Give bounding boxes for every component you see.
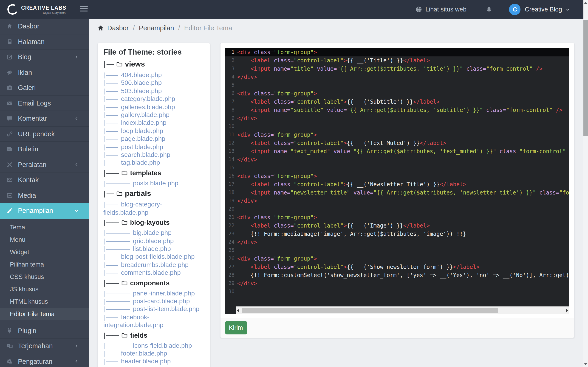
tree-file-link[interactable]: 404.blade.php (121, 71, 162, 78)
submit-button[interactable]: Kirim (225, 321, 247, 334)
sidebar-item-buletin[interactable]: Buletin (0, 142, 89, 157)
code-text: </div> (237, 279, 257, 288)
tree-file-link[interactable]: header.blade.php (121, 358, 171, 365)
editor-hscrollbar[interactable] (236, 307, 569, 314)
line-number: 4 (225, 73, 237, 81)
tree-file-item: | —— loop.blade.php (103, 127, 204, 135)
tree-file-link[interactable]: breadcrumbs.blade.php (121, 261, 189, 268)
tree-file-link[interactable]: tag.blade.php (121, 159, 160, 166)
tree-file-link[interactable]: icons-field.blade.php (133, 342, 192, 349)
scroll-down-arrow-icon[interactable] (584, 363, 588, 365)
sidebar-item-email-logs[interactable]: Email Logs (0, 96, 89, 111)
tree-file-item: | ———— post-card.blade.php (103, 297, 204, 305)
code-line: 13 <input name="text_muted" value="{{ Ar… (225, 147, 569, 156)
tree-file-item: | ———— panel-inner.blade.php (103, 289, 204, 297)
scroll-left-arrow-icon[interactable] (237, 309, 239, 312)
folder-icon (121, 170, 128, 176)
tree-file-link[interactable]: comments.blade.php (121, 269, 181, 276)
sidebar-item-terjemahan[interactable]: ATerjemahan (0, 339, 89, 354)
sidebar-item-plugin[interactable]: Plugin (0, 323, 89, 339)
scroll-right-arrow-icon[interactable] (566, 309, 568, 312)
tree-file-item: | —— 404.blade.php (103, 71, 204, 79)
sidebar-item-komentar[interactable]: Komentar (0, 111, 89, 126)
tree-file-link[interactable]: posts.blade.php (133, 179, 179, 187)
tree-file-link[interactable]: list.blade.php (133, 245, 171, 252)
page-scrollbar[interactable] (583, 0, 588, 367)
editor-hscroll-thumb[interactable] (242, 308, 498, 313)
tree-file-link[interactable]: panel-inner.blade.php (133, 289, 195, 297)
page-scroll-thumb[interactable] (583, 20, 588, 135)
tree-file-link[interactable]: grid.blade.php (133, 237, 174, 244)
tree-prefix: | —— (103, 143, 119, 150)
sidebar-item-label: URL pendek (18, 130, 55, 138)
code-text: <div class="form-group"> (237, 48, 317, 56)
code-text: <input name="subtitle" value="{{ Arr::ge… (237, 106, 562, 114)
tree-file-link[interactable]: page.blade.php (121, 135, 165, 142)
tree-folder-item: | —— blog-layouts (103, 219, 204, 226)
code-line: 14</div> (225, 156, 569, 164)
sidebar-item-kontak[interactable]: Kontak (0, 173, 89, 188)
translate-icon: A (6, 343, 13, 349)
tree-file-link[interactable]: 503.blade.php (121, 87, 162, 94)
tree-file-link[interactable]: post-list-item.blade.php (133, 305, 199, 313)
sidebar-item-blog[interactable]: Blog (0, 50, 89, 65)
code-line: 26<div class="form-group"> (225, 255, 569, 263)
submenu-item-editor-file-tema[interactable]: Editor File Tema (0, 308, 89, 320)
tree-file-item: | —— galleries.blade.php (103, 103, 204, 111)
sidebar-item-dasbor[interactable]: Dasbor (0, 19, 89, 34)
tree-file-link[interactable]: loop.blade.php (121, 127, 163, 134)
bell-icon[interactable] (486, 6, 493, 13)
tree-file-link[interactable]: icons-field.blade.php (121, 366, 180, 367)
hamburger-menu-icon[interactable] (80, 6, 88, 13)
sidebar-item-peralatan[interactable]: Peralatan (0, 157, 89, 173)
tree-file-link[interactable]: post-card.blade.php (133, 297, 190, 305)
scroll-up-arrow-icon[interactable] (584, 2, 588, 4)
submenu-item-css-khusus[interactable]: CSS khusus (0, 270, 89, 283)
comment-icon (6, 115, 13, 122)
code-editor[interactable]: 1<div class="form-group">2 <label class=… (225, 48, 569, 314)
code-text: <input name="text_muted" value="{{ Arr::… (237, 147, 569, 156)
tree-prefix: | —— (103, 313, 119, 321)
tree-folder-item: | —— templates (103, 169, 204, 177)
sidebar-item-url-pendek[interactable]: URL pendek (0, 126, 89, 142)
submenu-item-pilihan-tema[interactable]: Pilihan tema (0, 258, 89, 270)
tree-folder-name: blog-layouts (130, 219, 170, 226)
submenu-item-widget[interactable]: Widget (0, 246, 89, 258)
folder-icon (121, 332, 128, 338)
sidebar-item-pengaturan[interactable]: Pengaturan (0, 354, 89, 367)
tree-file-link[interactable]: 500.blade.php (121, 79, 162, 86)
tree-file-link[interactable]: blog-post-fields.blade.php (121, 253, 195, 260)
tree-file-link[interactable]: index.blade.php (121, 119, 166, 126)
plug-icon (6, 327, 13, 334)
submenu-item-js-khusus[interactable]: JS khusus (0, 283, 89, 295)
tree-folder-item: | — views (103, 60, 204, 68)
code-line: 18 <input name="newsletter_title" value=… (225, 189, 569, 197)
breadcrumb-penampilan[interactable]: Penampilan (139, 24, 174, 32)
sidebar-item-label: Kontak (18, 176, 39, 184)
code-line: 24</div> (225, 238, 569, 246)
tree-file-link[interactable]: gallery.blade.php (121, 111, 170, 118)
line-number: 10 (225, 123, 237, 131)
tree-file-link[interactable]: big.blade.php (133, 229, 172, 236)
tree-file-link[interactable]: footer.blade.php (121, 350, 167, 357)
tree-file-link[interactable]: galleries.blade.php (121, 103, 175, 110)
breadcrumb-dasbor[interactable]: Dasbor (107, 24, 129, 32)
sidebar-item-halaman[interactable]: Halaman (0, 34, 89, 50)
sidebar-item-media[interactable]: Media (0, 188, 89, 203)
sidebar-item-galeri[interactable]: Galeri (0, 80, 89, 96)
submenu-item-tema[interactable]: Tema (0, 221, 89, 233)
submenu-item-menu[interactable]: Menu (0, 233, 89, 246)
code-text: </div> (237, 238, 257, 246)
line-number: 22 (225, 222, 237, 230)
tree-file-link[interactable]: category.blade.php (121, 95, 175, 102)
tree-prefix: | —— (103, 169, 119, 177)
tree-file-link[interactable]: post.blade.php (121, 143, 163, 150)
tree-file-link[interactable]: search.blade.php (121, 151, 170, 158)
view-site-link[interactable]: Lihat situs web (415, 6, 467, 13)
sidebar-item-penampilan[interactable]: Penampilan (0, 203, 89, 219)
newsletter-icon (6, 146, 13, 152)
logo[interactable]: CREATIVE LABS Digital Storytellers (7, 4, 66, 15)
sidebar-item-iklan[interactable]: Iklan (0, 65, 89, 80)
submenu-item-html-khusus[interactable]: HTML khusus (0, 295, 89, 308)
account-menu[interactable]: C Creative Blog (509, 4, 570, 15)
